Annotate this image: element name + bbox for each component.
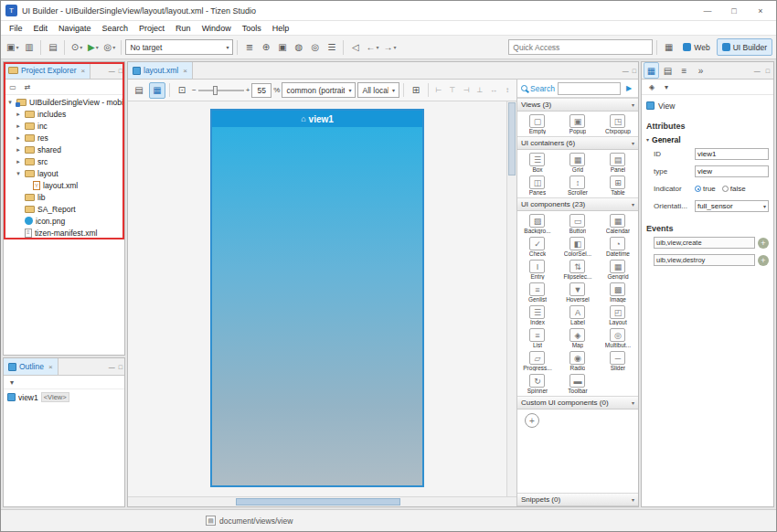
tree-item-includes[interactable]: ▸includes <box>4 108 124 120</box>
palette-item-button[interactable]: ▭Button <box>558 212 598 235</box>
palette-section-custom-ui-components-0[interactable]: Custom UI components (0)▾ <box>517 396 638 410</box>
add-custom-component-button[interactable]: + <box>525 413 539 428</box>
minimize-panel-icon[interactable]: — <box>752 68 762 74</box>
back-icon[interactable]: ←▾ <box>364 39 380 56</box>
minimize-panel-icon[interactable]: — <box>621 68 631 74</box>
tree-item-tizen-manifest-xml[interactable]: tizen-manifest.xml <box>4 227 124 239</box>
palette-item-datetime[interactable]: ◔Datetime <box>598 235 638 258</box>
palette-item-panes[interactable]: ◫Panes <box>517 174 558 197</box>
collapse-all-icon[interactable]: ▭ <box>6 80 19 93</box>
align-center-icon[interactable]: ⊤ <box>446 83 459 97</box>
search-zoom-icon[interactable]: ⊕ <box>258 39 273 56</box>
palette-item-backgro[interactable]: ▨Backgro... <box>517 212 558 235</box>
palette-section-snippets-0[interactable]: Snippets (0)▾ <box>517 493 638 506</box>
perspective-web-button[interactable]: Web <box>677 38 715 56</box>
palette-item-multibut[interactable]: ◎Multibut... <box>598 326 638 349</box>
radio-option-false[interactable]: false <box>722 185 746 193</box>
device-manager-icon[interactable]: ◎ <box>307 39 323 56</box>
add-event-handler-button[interactable]: + <box>758 238 769 249</box>
palette-item-entry[interactable]: IEntry <box>517 258 558 281</box>
save-icon[interactable]: ▤ <box>45 39 60 56</box>
align-bottom-icon[interactable]: ⊥ <box>474 83 486 97</box>
menu-navigate[interactable]: Navigate <box>53 23 97 34</box>
tree-expanded-icon[interactable]: ▾ <box>6 99 14 106</box>
zoom-out-icon[interactable]: − <box>192 86 197 94</box>
link-with-editor-icon[interactable]: ⇄ <box>21 80 34 93</box>
tree-item-icon-png[interactable]: icon.png <box>4 215 124 227</box>
design-view-button[interactable]: ▦ <box>149 82 165 99</box>
zoom-in-icon[interactable]: + <box>246 86 250 94</box>
palette-item-genlist[interactable]: ≡Genlist <box>517 281 558 303</box>
view-body[interactable] <box>212 127 422 485</box>
palette-item-table[interactable]: ⊞Table <box>598 174 638 197</box>
new-wizard-icon[interactable]: ▣▾ <box>5 39 20 56</box>
tree-item-uibuildersingleview-mobile-4-0[interactable]: ▾UIBuilderSingleView - mobile-4.0 <box>4 96 124 108</box>
palette-section-ui-components-23[interactable]: UI components (23)▾ <box>517 197 638 211</box>
outline-list-icon[interactable]: ≣ <box>241 39 257 56</box>
palette-item-ctxpopup[interactable]: ◳Ctxpopup <box>598 112 638 135</box>
maximize-panel-icon[interactable]: □ <box>764 68 772 74</box>
menu-project[interactable]: Project <box>133 23 170 34</box>
outline-filter-icon[interactable]: ▾ <box>5 376 18 388</box>
tree-collapsed-icon[interactable]: ▸ <box>15 111 22 118</box>
palette-item-index[interactable]: ☰Index <box>517 303 558 326</box>
palette-item-image[interactable]: ▩Image <box>598 281 638 303</box>
palette-item-hoversel[interactable]: ▼Hoversel <box>558 281 598 303</box>
menu-edit[interactable]: Edit <box>28 23 54 34</box>
maximize-panel-icon[interactable]: □ <box>117 364 124 370</box>
package-manager-icon[interactable]: ☰ <box>324 39 339 56</box>
emulator-manager-icon[interactable]: ▣ <box>274 39 290 56</box>
type-input[interactable] <box>695 165 769 177</box>
minimize-button[interactable]: — <box>697 6 718 16</box>
vertical-scrollbar[interactable] <box>506 101 516 496</box>
palette-item-panel[interactable]: ▤Panel <box>598 151 638 174</box>
quick-access-input[interactable] <box>508 39 653 55</box>
menu-search[interactable]: Search <box>97 23 134 34</box>
menu-run[interactable]: Run <box>170 23 197 34</box>
horizontal-scrollbar-thumb[interactable] <box>236 498 400 505</box>
view-header[interactable]: ⌂ view1 <box>212 111 422 127</box>
open-perspective-button[interactable]: ▦ <box>661 39 676 56</box>
palette-item-empty[interactable]: ▢Empty <box>517 112 558 135</box>
vertical-scrollbar-thumb[interactable] <box>508 102 516 176</box>
align-right-icon[interactable]: ⊣ <box>460 83 473 97</box>
outline-item-view1[interactable]: view1 <View> <box>7 391 121 403</box>
tree-item-res[interactable]: ▸res <box>4 132 124 144</box>
palette-item-map[interactable]: ◈Map <box>558 326 598 349</box>
match-height-icon[interactable]: ↕ <box>501 83 514 97</box>
zoom-input[interactable] <box>251 83 271 98</box>
view-actions-caret-icon[interactable]: ▾ <box>660 80 673 93</box>
orientati-select[interactable]: full_sensor▾ <box>695 200 769 212</box>
tree-collapsed-icon[interactable]: ▸ <box>15 146 22 154</box>
target-select[interactable]: No target ▾ <box>125 39 233 55</box>
event-name-field[interactable]: uib,view,create <box>654 237 755 249</box>
horizontal-scrollbar[interactable] <box>128 496 516 506</box>
palette-item-label[interactable]: ALabel <box>558 303 598 326</box>
palette-item-list[interactable]: ≡List <box>517 326 558 349</box>
tree-item-shared[interactable]: ▸shared <box>4 144 124 155</box>
tree-item-sa-report[interactable]: SA_Report <box>4 203 124 215</box>
add-event-handler-button[interactable]: + <box>758 255 769 266</box>
perspective-ui-builder-button[interactable]: UI Builder <box>717 38 772 56</box>
canvas-viewport[interactable]: ⌂ view1 <box>128 101 506 496</box>
properties-tab-icon[interactable]: ▤ <box>660 62 676 79</box>
palette-item-colorsel[interactable]: ◧ColorSel... <box>558 235 598 258</box>
radio-option-true[interactable]: true <box>695 185 716 193</box>
forward-icon[interactable]: →▾ <box>381 39 398 56</box>
palette-item-box[interactable]: ☰Box <box>517 151 558 174</box>
overflow-icon[interactable]: » <box>693 62 708 79</box>
tree-item-inc[interactable]: ▸inc <box>4 120 124 132</box>
close-button[interactable]: × <box>750 6 772 16</box>
tree-item-src[interactable]: ▸src <box>4 155 124 167</box>
palette-section-ui-containers-6[interactable]: UI containers (6)▾ <box>517 136 638 150</box>
resolution-select[interactable]: common (portrait_HD) ▾ <box>282 82 356 98</box>
palette-item-slider[interactable]: ─Slider <box>598 349 638 372</box>
palette-search-input[interactable] <box>558 82 621 95</box>
tree-item-layout[interactable]: ▾layout <box>4 167 124 179</box>
certificate-icon[interactable]: ◍ <box>291 39 306 56</box>
fit-to-screen-button[interactable]: ⊡ <box>174 82 190 99</box>
tree-item-lib[interactable]: lib <box>4 191 124 203</box>
palette-item-popup[interactable]: ▣Popup <box>558 112 598 135</box>
menu-window[interactable]: Window <box>197 23 237 34</box>
locale-select[interactable]: All locales ▾ <box>357 82 399 98</box>
